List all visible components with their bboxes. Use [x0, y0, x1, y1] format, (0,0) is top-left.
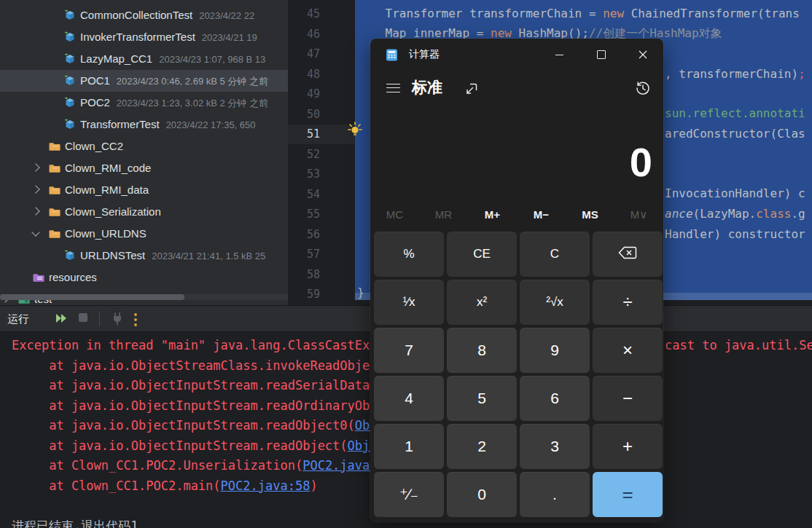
- history-icon[interactable]: [635, 80, 651, 96]
- line-number-49: 49: [288, 87, 320, 101]
- memory-m∨-button: M∨: [614, 204, 663, 226]
- equals-button[interactable]: =: [593, 472, 663, 517]
- code-line: InvocationHandler) c: [665, 186, 805, 201]
- text-segment: , transformerChain): [665, 67, 798, 81]
- calculator-display-value: 0: [630, 142, 652, 183]
- tree-item-label: URLDNSTest: [80, 249, 145, 261]
- multiply-button[interactable]: ×: [593, 328, 663, 373]
- chevron-right-icon[interactable]: [31, 185, 39, 193]
- calculator-window: 计算器 标准: [370, 39, 663, 522]
- toolbar-separator: [99, 312, 100, 326]
- minimize-button[interactable]: [539, 39, 580, 71]
- close-button[interactable]: [622, 39, 663, 71]
- text-segment: ;: [798, 67, 805, 81]
- text-segment: ance: [665, 207, 693, 221]
- text-segment: sun.reflect.annotati: [665, 106, 805, 120]
- eight-button[interactable]: 8: [447, 328, 517, 373]
- memory-m−-button[interactable]: M−: [517, 204, 566, 226]
- decimal-button[interactable]: .: [520, 472, 590, 517]
- six-button[interactable]: 6: [520, 376, 590, 421]
- class-icon: [64, 9, 76, 21]
- chevron-right-icon[interactable]: [31, 163, 39, 171]
- console-line: at Clown_CC1.POC2.main(POC2.java:58): [12, 476, 318, 496]
- tree-horizontal-scrollbar-thumb[interactable]: [0, 294, 184, 300]
- tree-item-clown_rmi_data[interactable]: Clown_RMI_data: [0, 179, 288, 201]
- reciprocal-button[interactable]: ¹∕x: [374, 280, 444, 325]
- code-line: }: [357, 285, 364, 300]
- maximize-button[interactable]: [580, 39, 622, 71]
- tree-item-transformertest[interactable]: TransformerTest2023/4/22 17:35, 650: [0, 114, 288, 135]
- text-segment: }: [357, 285, 364, 299]
- backspace-button[interactable]: [593, 232, 663, 277]
- line-number-46: 46: [288, 27, 320, 42]
- calculator-mode-label[interactable]: 标准: [412, 77, 442, 98]
- folder-icon: [49, 228, 60, 240]
- menu-icon[interactable]: [386, 84, 400, 95]
- code-line: aredConstructor(Clas: [665, 127, 805, 141]
- tree-item-resources[interactable]: resources: [0, 267, 288, 288]
- text-segment: at Clown_CC1.POC2.Unserialization(: [12, 458, 302, 473]
- negate-button[interactable]: ⁺∕₋: [374, 472, 444, 517]
- memory-ms-button[interactable]: MS: [566, 204, 614, 226]
- three-button[interactable]: 3: [520, 424, 590, 469]
- rerun-icon[interactable]: [55, 312, 68, 326]
- line-number-56: 56: [288, 227, 320, 242]
- folder-icon: [49, 162, 60, 174]
- tree-item-clown_cc2[interactable]: Clown_CC2: [0, 135, 288, 157]
- square-root-button[interactable]: ²√x: [520, 280, 590, 325]
- attach-debugger-icon[interactable]: [112, 312, 125, 326]
- two-button[interactable]: 2: [447, 424, 517, 469]
- text-segment: at java.io.ObjectInputStream.readSerialD…: [12, 378, 378, 393]
- tree-item-invokertransformertest[interactable]: InvokerTransformerTest2023/4/21 19: [0, 26, 288, 48]
- four-button[interactable]: 4: [374, 376, 444, 421]
- class-icon: [64, 75, 76, 87]
- stacktrace-link[interactable]: POC2.java:: [302, 458, 377, 473]
- tree-item-urldnstest[interactable]: URLDNSTest2023/4/21 21:41, 1.5 kB 25: [0, 245, 288, 267]
- zero-button[interactable]: 0: [447, 472, 517, 517]
- keep-on-top-icon[interactable]: [464, 82, 479, 96]
- tree-item-lazymap_cc1[interactable]: LazyMap_CC12023/4/23 1:07, 968 B 13: [0, 48, 288, 70]
- tree-item-timestamp: 2023/4/23 0:46, 2.69 kB 5 分钟 之前: [117, 76, 268, 87]
- line-number-53: 53: [288, 167, 320, 181]
- line-number-48: 48: [288, 67, 320, 82]
- intention-bulb-icon[interactable]: [347, 122, 363, 138]
- square-button[interactable]: x²: [447, 280, 517, 325]
- seven-button[interactable]: 7: [374, 328, 444, 373]
- five-button[interactable]: 5: [447, 376, 517, 421]
- more-options-icon[interactable]: [133, 312, 147, 326]
- console-line: Exception in thread "main" java.lang.Cla…: [12, 336, 370, 355]
- one-button[interactable]: 1: [374, 424, 444, 469]
- chevron-right-icon[interactable]: [31, 207, 39, 215]
- class-icon: [64, 250, 76, 261]
- tree-item-clown_rmi_code[interactable]: Clown_RMI_code: [0, 157, 288, 179]
- percent-button[interactable]: %: [374, 232, 444, 277]
- calculator-titlebar[interactable]: 计算器: [370, 39, 663, 71]
- run-tab-label: 运行: [7, 306, 29, 332]
- stacktrace-link[interactable]: POC2.java:58: [221, 478, 311, 493]
- nine-button[interactable]: 9: [520, 328, 590, 373]
- tree-item-timestamp: 2023/4/21 21:41, 1.5 kB 25: [152, 251, 265, 261]
- tree-item-clown_urldns[interactable]: Clown_URLDNS: [0, 223, 288, 245]
- clear-button[interactable]: C: [520, 232, 590, 277]
- code-line: Transformer transformerChain = new Chain…: [357, 7, 800, 21]
- class-icon: [64, 97, 76, 109]
- tree-item-clown_serialization[interactable]: Clown_Serialization: [0, 201, 288, 223]
- text-segment: InvocationHandler) c: [665, 186, 805, 200]
- tree-item-poc2[interactable]: POC22023/4/23 1:23, 3.02 kB 2 分钟 之前: [0, 92, 288, 114]
- tree-item-commoncollectiontest[interactable]: CommonCollectionTest2023/4/22 22: [0, 4, 288, 26]
- text-segment: 进程已结束,退出代码1: [12, 519, 138, 528]
- text-segment: Exception in thread "main" java.lang.Cla…: [12, 338, 370, 352]
- divide-button[interactable]: ÷: [593, 280, 663, 325]
- line-number-47: 47: [288, 47, 320, 61]
- add-button[interactable]: +: [593, 424, 663, 469]
- text-segment: aredConstructor(Clas: [665, 127, 805, 141]
- memory-mr-button: MR: [419, 204, 468, 226]
- stop-icon[interactable]: [78, 312, 91, 326]
- tree-item-poc1[interactable]: POC12023/4/23 0:46, 2.69 kB 5 分钟 之前: [0, 70, 288, 92]
- memory-m+-button[interactable]: M+: [468, 204, 517, 226]
- console-line: at Clown_CC1.POC2.Unserialization(POC2.j…: [12, 456, 378, 476]
- subtract-button[interactable]: −: [593, 376, 663, 421]
- chevron-down-icon[interactable]: [31, 228, 39, 236]
- tree-item-timestamp: 2023/4/21 19: [202, 32, 257, 43]
- clear-entry-button[interactable]: CE: [447, 232, 517, 277]
